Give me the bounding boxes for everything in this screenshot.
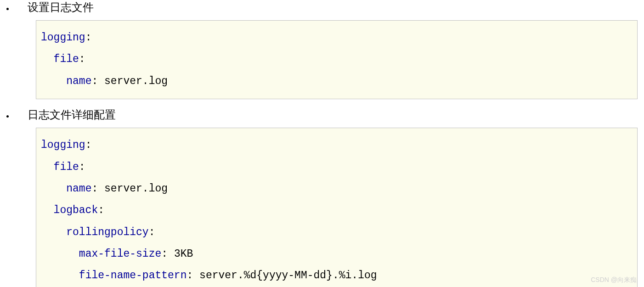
code-container-1: logging: file: name: server.log	[36, 20, 638, 99]
section-title-1: 设置日志文件	[28, 0, 644, 15]
section-2: 日志文件详细配置 logging: file: name: server.log…	[14, 107, 644, 287]
code-container-2: logging: file: name: server.log logback:…	[36, 128, 638, 287]
code-block-1: logging: file: name: server.log	[36, 20, 638, 99]
code-block-2: logging: file: name: server.log logback:…	[36, 128, 638, 287]
section-1: 设置日志文件 logging: file: name: server.log	[14, 0, 644, 99]
section-title-2: 日志文件详细配置	[28, 107, 644, 122]
content-list: 设置日志文件 logging: file: name: server.log 日…	[0, 0, 644, 287]
watermark: CSDN @向来痴	[591, 276, 637, 284]
